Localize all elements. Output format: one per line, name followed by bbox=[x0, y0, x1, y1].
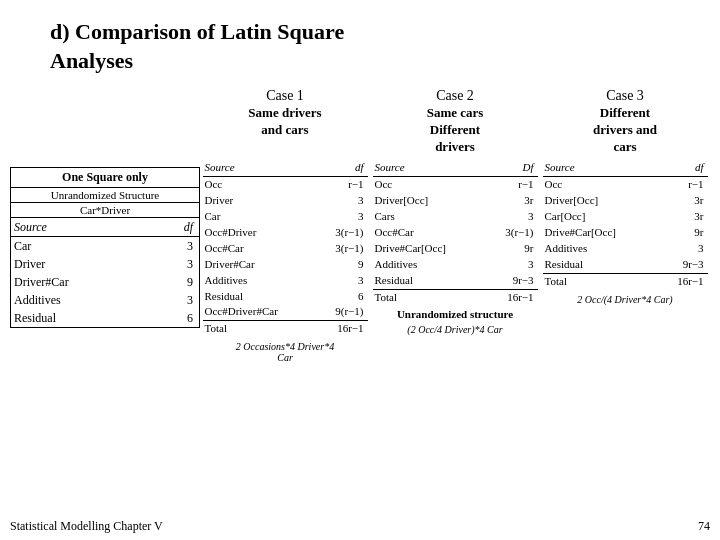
table-row: Driver3 bbox=[11, 255, 199, 273]
left-header-df: df bbox=[155, 218, 199, 237]
case-1-block: Source df Occr−1 Driver3 Car3 Occ#Driver… bbox=[203, 160, 368, 363]
table-row: Additives3 bbox=[543, 241, 708, 257]
case-2-unrand-note: Unrandomized structure bbox=[373, 308, 538, 320]
case-2-note: (2 Occ/4 Driver)*4 Car bbox=[373, 324, 538, 335]
case-1-note: 2 Occasions*4 Driver*4Car bbox=[203, 341, 368, 363]
case-1-header: Case 1 Same driversand cars bbox=[200, 87, 370, 156]
c1-source-header: Source bbox=[203, 160, 317, 176]
table-row: Occr−1 bbox=[543, 176, 708, 192]
table-row: Residual6 bbox=[11, 309, 199, 327]
case-2-block: Source Df Occr−1 Driver[Occ]3r Cars3 Occ… bbox=[373, 160, 538, 335]
case-3-block: Source df Occr−1 Driver[Occ]3r Car[Occ]3… bbox=[543, 160, 708, 305]
case-3-table: Source df Occr−1 Driver[Occ]3r Car[Occ]3… bbox=[543, 160, 708, 290]
table-row: Occr−1 bbox=[203, 176, 368, 192]
table-row: Additives3 bbox=[203, 273, 368, 289]
left-table: Source df Car3 Driver3 Driver#Car9 Addit… bbox=[11, 218, 199, 327]
table-row: Car3 bbox=[11, 237, 199, 256]
one-square-label: One Square only bbox=[11, 168, 199, 188]
table-row: Driver[Occ]3r bbox=[543, 193, 708, 209]
left-box: One Square only Unrandomized Structure C… bbox=[10, 167, 200, 328]
table-row: Car3 bbox=[203, 209, 368, 225]
case-2-header: Case 2 Same carsDifferentdrivers bbox=[370, 87, 540, 156]
c3-df-header: df bbox=[658, 160, 708, 176]
table-row: Driver#Car9 bbox=[11, 273, 199, 291]
structure-sub: Car*Driver bbox=[11, 203, 199, 218]
page-title: d) Comparison of Latin Square Analyses bbox=[50, 18, 710, 75]
table-row: Occ#Car3(r−1) bbox=[373, 225, 538, 241]
table-row: Occr−1 bbox=[373, 176, 538, 192]
table-row: Occ#Driver3(r−1) bbox=[203, 225, 368, 241]
table-row: Occ#Driver#Car9(r−1) bbox=[203, 304, 368, 320]
footer-right: 74 bbox=[698, 519, 710, 534]
table-row: Residual9r−3 bbox=[543, 257, 708, 273]
table-row: Drive#Car[Occ]9r bbox=[373, 241, 538, 257]
c3-source-header: Source bbox=[543, 160, 658, 176]
table-row: Residual6 bbox=[203, 289, 368, 305]
left-column: One Square only Unrandomized Structure C… bbox=[10, 87, 200, 330]
table-row: Driver[Occ]3r bbox=[373, 193, 538, 209]
table-row: Total16r−1 bbox=[373, 289, 538, 305]
table-row: Occ#Car3(r−1) bbox=[203, 241, 368, 257]
c1-df-header: df bbox=[317, 160, 368, 176]
footer: Statistical Modelling Chapter V 74 bbox=[10, 519, 710, 534]
table-row: Car[Occ]3r bbox=[543, 209, 708, 225]
table-row: Driver3 bbox=[203, 193, 368, 209]
table-row: Total16r−1 bbox=[203, 321, 368, 337]
structure-label: Unrandomized Structure bbox=[11, 188, 199, 203]
case-3-note: 2 Occ/(4 Driver*4 Car) bbox=[543, 294, 708, 305]
cases-area: Case 1 Same driversand cars Case 2 Same … bbox=[200, 87, 710, 363]
case-2-table: Source Df Occr−1 Driver[Occ]3r Cars3 Occ… bbox=[373, 160, 538, 305]
table-row: Cars3 bbox=[373, 209, 538, 225]
left-header-source: Source bbox=[11, 218, 155, 237]
table-row: Drive#Car[Occ]9r bbox=[543, 225, 708, 241]
case-1-table: Source df Occr−1 Driver3 Car3 Occ#Driver… bbox=[203, 160, 368, 337]
table-row: Additives3 bbox=[11, 291, 199, 309]
cases-tables: Source df Occr−1 Driver3 Car3 Occ#Driver… bbox=[200, 160, 710, 363]
c2-source-header: Source bbox=[373, 160, 487, 176]
footer-left: Statistical Modelling Chapter V bbox=[10, 519, 163, 534]
content-area: One Square only Unrandomized Structure C… bbox=[10, 87, 710, 363]
page: d) Comparison of Latin Square Analyses O… bbox=[0, 0, 720, 540]
table-row: Total16r−1 bbox=[543, 273, 708, 289]
case-3-header: Case 3 Differentdrivers andcars bbox=[540, 87, 710, 156]
table-row: Driver#Car9 bbox=[203, 257, 368, 273]
table-row: Residual9r−3 bbox=[373, 273, 538, 289]
c2-df-header: Df bbox=[486, 160, 537, 176]
table-row: Additives3 bbox=[373, 257, 538, 273]
case-headers: Case 1 Same driversand cars Case 2 Same … bbox=[200, 87, 710, 156]
